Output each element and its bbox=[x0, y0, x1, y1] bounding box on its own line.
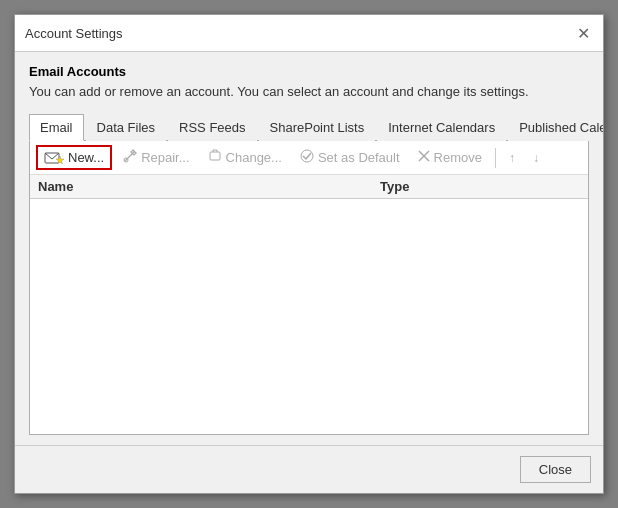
section-description: You can add or remove an account. You ca… bbox=[29, 83, 589, 101]
dialog-title: Account Settings bbox=[25, 26, 123, 41]
svg-marker-1 bbox=[56, 156, 64, 164]
remove-button-label: Remove bbox=[434, 150, 482, 165]
remove-icon bbox=[418, 150, 430, 165]
dialog-footer: Close bbox=[15, 445, 603, 493]
repair-button[interactable]: Repair... bbox=[116, 145, 196, 170]
dialog-close-button[interactable]: ✕ bbox=[573, 23, 593, 43]
repair-svg bbox=[123, 149, 137, 163]
new-button-label: New... bbox=[68, 150, 104, 165]
tab-email[interactable]: Email bbox=[29, 114, 84, 141]
change-icon bbox=[208, 149, 222, 166]
star-badge-icon bbox=[56, 156, 64, 164]
tab-published-calendars[interactable]: Published Calendars bbox=[508, 114, 603, 141]
account-toolbar: New... Repair... bbox=[30, 141, 588, 175]
tab-sharepoint-lists[interactable]: SharePoint Lists bbox=[259, 114, 376, 141]
section-title: Email Accounts bbox=[29, 64, 589, 79]
list-header: Name Type bbox=[30, 175, 588, 199]
account-list[interactable]: Name Type bbox=[30, 175, 588, 434]
close-button[interactable]: Close bbox=[520, 456, 591, 483]
tab-internet-calendars[interactable]: Internet Calendars bbox=[377, 114, 506, 141]
arrow-up-icon bbox=[509, 151, 515, 165]
svg-rect-3 bbox=[210, 152, 220, 160]
repair-icon bbox=[123, 149, 137, 166]
move-up-button[interactable] bbox=[502, 147, 522, 169]
toolbar-separator bbox=[495, 148, 496, 168]
change-button[interactable]: Change... bbox=[201, 145, 289, 170]
remove-svg bbox=[418, 150, 430, 162]
move-down-button[interactable] bbox=[526, 147, 546, 169]
account-settings-dialog: Account Settings ✕ Email Accounts You ca… bbox=[14, 14, 604, 494]
checkmark-svg bbox=[300, 149, 314, 163]
tab-content: New... Repair... bbox=[29, 141, 589, 435]
title-bar: Account Settings ✕ bbox=[15, 15, 603, 52]
svg-point-4 bbox=[301, 150, 313, 162]
arrow-down-icon bbox=[533, 151, 539, 165]
type-column-header: Type bbox=[380, 179, 580, 194]
tab-data-files[interactable]: Data Files bbox=[86, 114, 167, 141]
repair-button-label: Repair... bbox=[141, 150, 189, 165]
set-default-button[interactable]: Set as Default bbox=[293, 145, 407, 170]
new-envelope-icon bbox=[44, 151, 64, 165]
new-button[interactable]: New... bbox=[36, 145, 112, 170]
set-default-button-label: Set as Default bbox=[318, 150, 400, 165]
change-button-label: Change... bbox=[226, 150, 282, 165]
tab-rss-feeds[interactable]: RSS Feeds bbox=[168, 114, 256, 141]
remove-button[interactable]: Remove bbox=[411, 146, 489, 169]
tab-bar: Email Data Files RSS Feeds SharePoint Li… bbox=[29, 113, 589, 141]
name-column-header: Name bbox=[38, 179, 380, 194]
dialog-body: Email Accounts You can add or remove an … bbox=[15, 52, 603, 445]
checkmark-icon bbox=[300, 149, 314, 166]
change-svg bbox=[208, 149, 222, 163]
